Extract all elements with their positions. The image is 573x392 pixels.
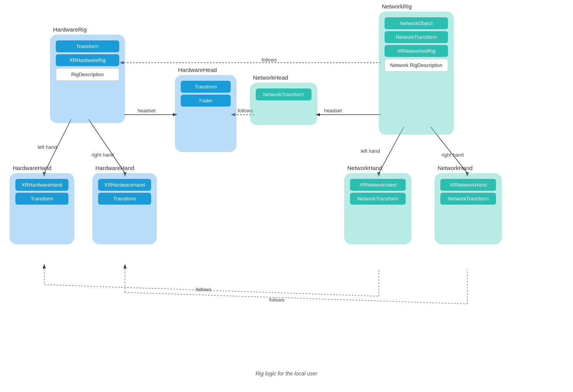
transform-comp-rig: Transform — [56, 40, 119, 52]
transform-hand-right-comp: Transform — [98, 193, 151, 205]
hardware-hand-right-group: HardwareHand XRHardwareHand Transform — [92, 173, 157, 244]
headset-left-label: headset — [138, 108, 155, 113]
transform-hand-left-comp: Transform — [15, 193, 68, 205]
xr-network-hand-left-comp: XRNetworkHand — [350, 179, 406, 191]
rig-description-comp: RigDescription — [56, 68, 119, 81]
xr-hardware-rig-comp: XRHardwareRig — [56, 54, 119, 66]
network-hand-left-group: NetworkHand XRNetworkHand NetworkTransfo… — [344, 173, 411, 244]
network-transform-rig-comp: NetworkTransform — [385, 31, 448, 43]
follows-top-label: follows — [262, 57, 277, 63]
network-rig-label: NetworkRig — [382, 3, 412, 10]
hardware-rig-group: HardwareRig Transform XRHardwareRig RigD… — [50, 35, 125, 123]
left-hand-label: left hand — [38, 144, 57, 150]
network-hand-left-label: NetworkHand — [347, 165, 382, 171]
network-transform-head-comp: NetworkTransform — [256, 88, 311, 100]
hardware-hand-right-label: HardwareHand — [95, 165, 134, 171]
right-hand-right-label: right hand — [441, 152, 464, 158]
svg-marker-23 — [123, 264, 127, 269]
left-hand-right-label: left hand — [361, 148, 380, 154]
svg-line-17 — [44, 285, 379, 296]
xr-network-hand-right-comp: XRNetworkHand — [440, 179, 496, 191]
transform-comp-head: Transform — [181, 81, 231, 93]
fader-comp: Fader — [181, 95, 231, 107]
xr-networked-rig-comp: XRNetworkedRig — [385, 45, 448, 57]
diagram-container: follows headset follows headset left han… — [0, 0, 573, 392]
network-head-label: NetworkHead — [253, 74, 288, 81]
network-object-comp: NetworkObject — [385, 17, 448, 29]
network-transform-hand-right-comp: NetworkTransform — [440, 193, 496, 205]
hardware-head-group: HardwareHead Transform Fader — [175, 75, 237, 152]
svg-line-21 — [125, 292, 467, 304]
network-transform-hand-left-comp: NetworkTransform — [350, 193, 406, 205]
hardware-head-label: HardwareHead — [178, 67, 217, 73]
xr-hardware-hand-left-comp: XRHardwareHand — [15, 179, 68, 191]
hardware-rig-label: HardwareRig — [53, 26, 87, 33]
headset-right-label: headset — [324, 108, 342, 113]
svg-marker-19 — [43, 264, 46, 269]
right-hand-label: right hand — [92, 152, 114, 158]
hardware-hand-left-label: HardwareHand — [13, 165, 52, 171]
follows-bottom1-label: follows — [196, 287, 212, 292]
caption: Rig logic for the local user — [255, 370, 317, 377]
network-head-group: NetworkHead NetworkTransform — [250, 83, 317, 125]
network-rig-description-comp: Network RigDescription — [385, 59, 448, 72]
network-hand-right-label: NetworkHand — [438, 165, 473, 171]
network-hand-right-group: NetworkHand XRNetworkHand NetworkTransfo… — [435, 173, 502, 244]
network-rig-group: NetworkRig NetworkObject NetworkTransfor… — [379, 12, 454, 135]
follows-bottom2-label: follows — [269, 297, 285, 303]
xr-hardware-hand-right-comp: XRHardwareHand — [98, 179, 151, 191]
hardware-hand-left-group: HardwareHand XRHardwareHand Transform — [10, 173, 74, 244]
